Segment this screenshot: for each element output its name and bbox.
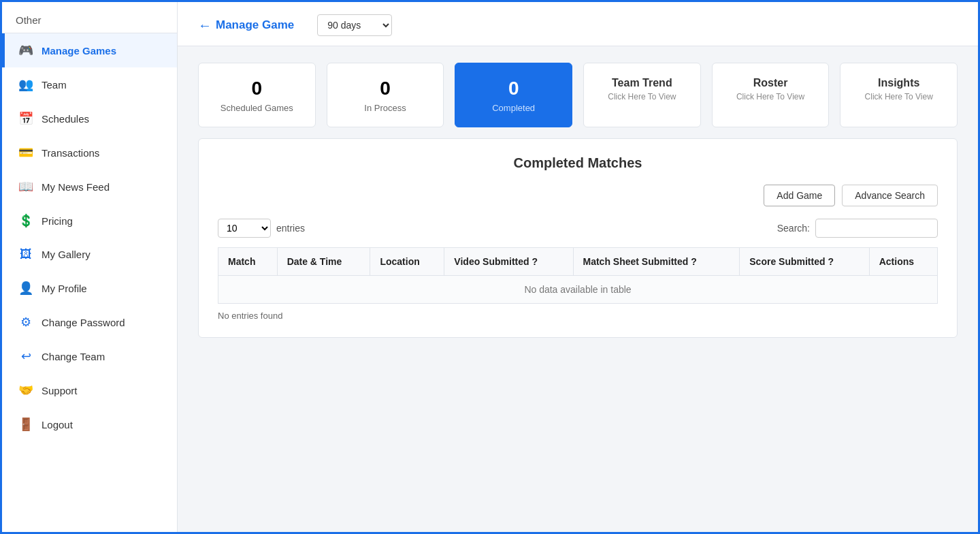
no-data-row: No data available in table [218,275,938,303]
days-filter-select[interactable]: 90 days 30 days 60 days All time [317,14,392,36]
completed-count: 0 [466,77,561,100]
sidebar-label-support: Support [42,385,78,396]
topbar: ← Manage Game 90 days 30 days 60 days Al… [178,2,978,46]
sidebar-item-pricing[interactable]: 💲 Pricing [2,204,177,238]
search-input[interactable] [815,219,938,238]
entries-per-page-select[interactable]: 10 25 50 100 [218,219,271,238]
page-title: Manage Game [216,18,294,32]
sidebar-label-logout: Logout [42,419,73,430]
back-button[interactable]: ← Manage Game [198,18,294,33]
sidebar-header: Other [2,2,177,33]
stat-card-scheduled[interactable]: 0 Scheduled Games [198,63,316,127]
sidebar-item-change-password[interactable]: ⚙ Change Password [2,305,177,339]
sidebar-label-my-profile: My Profile [42,283,87,294]
entries-row: 10 25 50 100 entries Search: [218,219,938,238]
table-body: No data available in table [218,275,938,303]
roster-subtitle: Click Here To View [723,92,818,101]
insights-subtitle: Click Here To View [851,92,946,101]
no-data-cell: No data available in table [218,275,938,303]
col-date-time: Date & Time [277,247,370,275]
no-entries-label: No entries found [218,311,938,321]
team-icon: 👥 [18,77,33,92]
sidebar-item-schedules[interactable]: 📅 Schedules [2,101,177,136]
transactions-icon: 💳 [18,145,33,160]
entries-left: 10 25 50 100 entries [218,219,305,238]
action-row: Add Game Advance Search [218,185,938,206]
table-header: Match Date & Time Location Video Submitt… [218,247,938,275]
team-trend-subtitle: Click Here To View [595,92,689,101]
sidebar-label-schedules: Schedules [42,113,89,125]
search-row: Search: [777,219,938,238]
sidebar-item-manage-games[interactable]: 🎮 Manage Games [2,33,177,67]
sidebar-item-logout[interactable]: 🚪 Logout [2,407,177,441]
sidebar-label-my-news-feed: My News Feed [42,181,110,193]
sidebar-item-change-team[interactable]: ↩ Change Team [2,339,177,373]
col-score-submitted: Score Submitted ? [740,247,869,275]
back-arrow-icon: ← [198,18,212,33]
profile-icon: 👤 [18,281,33,296]
col-location: Location [370,247,444,275]
schedules-icon: 📅 [18,111,33,126]
search-label: Search: [777,223,810,234]
stats-row: 0 Scheduled Games 0 In Process 0 Complet… [178,46,978,138]
sidebar-label-pricing: Pricing [42,215,73,227]
pricing-icon: 💲 [18,213,33,228]
sidebar-label-team: Team [42,79,67,91]
sidebar-item-my-news-feed[interactable]: 📖 My News Feed [2,170,177,204]
col-match-sheet-submitted: Match Sheet Submitted ? [573,247,740,275]
col-video-submitted: Video Submitted ? [444,247,573,275]
main-content: ← Manage Game 90 days 30 days 60 days Al… [178,2,978,532]
in-process-label: In Process [338,103,433,113]
col-actions: Actions [869,247,937,275]
advance-search-button[interactable]: Advance Search [842,185,938,206]
stat-card-team-trend[interactable]: Team Trend Click Here To View [583,63,701,127]
sidebar-label-change-password: Change Password [42,317,125,328]
section-title: Completed Matches [218,155,938,171]
sidebar-item-my-gallery[interactable]: 🖼 My Gallery [2,238,177,271]
stat-card-roster[interactable]: Roster Click Here To View [712,63,830,127]
entries-label: entries [276,223,305,234]
scheduled-label: Scheduled Games [210,103,304,113]
sidebar-label-my-gallery: My Gallery [42,249,91,260]
stat-card-completed[interactable]: 0 Completed [455,63,572,127]
change-team-icon: ↩ [18,349,33,364]
logout-icon: 🚪 [18,417,33,432]
in-process-count: 0 [338,77,433,100]
stat-card-in-process[interactable]: 0 In Process [327,63,444,127]
news-feed-icon: 📖 [18,179,33,194]
manage-games-icon: 🎮 [18,43,33,58]
gallery-icon: 🖼 [18,247,33,262]
sidebar-item-transactions[interactable]: 💳 Transactions [2,136,177,170]
scheduled-count: 0 [210,77,304,100]
team-trend-title: Team Trend [595,77,689,89]
sidebar-item-my-profile[interactable]: 👤 My Profile [2,271,177,305]
sidebar-item-team[interactable]: 👥 Team [2,67,177,101]
data-table: Match Date & Time Location Video Submitt… [218,247,938,304]
content-area: Completed Matches Add Game Advance Searc… [198,138,958,338]
sidebar-item-support[interactable]: 🤝 Support [2,373,177,407]
insights-title: Insights [851,77,946,89]
change-password-icon: ⚙ [18,315,33,330]
stat-card-insights[interactable]: Insights Click Here To View [840,63,958,127]
roster-title: Roster [723,77,818,89]
sidebar-label-change-team: Change Team [42,351,105,362]
completed-label: Completed [466,103,561,113]
col-match: Match [218,247,278,275]
sidebar-label-manage-games: Manage Games [42,45,116,57]
add-game-button[interactable]: Add Game [764,185,835,206]
sidebar-label-transactions: Transactions [42,147,99,159]
support-icon: 🤝 [18,383,33,398]
sidebar: Other 🎮 Manage Games 👥 Team 📅 Schedules … [2,2,178,532]
